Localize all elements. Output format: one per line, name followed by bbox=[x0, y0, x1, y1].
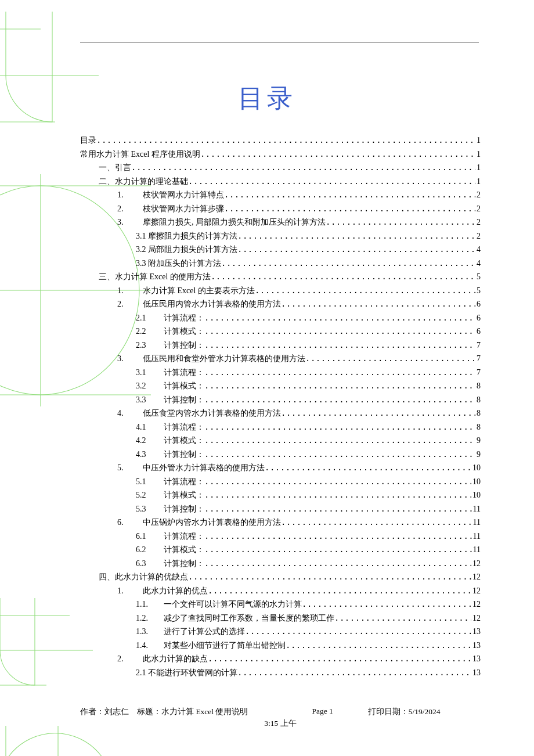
toc-entry: 4.2计算模式：9 bbox=[80, 434, 481, 448]
table-of-contents: 目录1常用水力计算 Excel 程序使用说明1一、引言1二、水力计算的理论基础1… bbox=[80, 134, 481, 679]
toc-entry-title: 5.1计算流程： bbox=[136, 476, 204, 489]
toc-entry: 1.3.进行了计算公式的选择13 bbox=[80, 625, 481, 639]
toc-entry-title: 6.2计算模式： bbox=[136, 543, 204, 557]
toc-entry-page: 7 bbox=[475, 366, 481, 380]
toc-entry-title: 1.此水力计算的优点 bbox=[117, 585, 208, 598]
toc-entry-title: 二、水力计算的理论基础 bbox=[99, 175, 188, 189]
toc-entry-page: 9 bbox=[475, 448, 481, 462]
toc-entry: 2.此水力计算的缺点13 bbox=[80, 652, 481, 666]
toc-leader-dots bbox=[204, 557, 471, 570]
toc-leader-dots bbox=[224, 188, 475, 201]
toc-entry-title: 4.3计算控制： bbox=[136, 448, 204, 462]
toc-entry-title: 2.1 不能进行环状管网的计算 bbox=[136, 667, 237, 680]
toc-entry-title: 3.2计算模式： bbox=[136, 380, 204, 393]
toc-entry-title: 2.1计算流程： bbox=[136, 312, 204, 325]
toc-entry-page: 12 bbox=[471, 612, 481, 625]
toc-entry-page: 12 bbox=[471, 557, 481, 571]
toc-entry: 1.2.减少了查找同时工作系数，当量长度的繁琐工作12 bbox=[80, 611, 481, 625]
toc-entry-title: 1.水力计算 Excel 的主要表示方法 bbox=[117, 285, 255, 298]
toc-entry-page: 13 bbox=[471, 625, 481, 639]
toc-entry: 1.此水力计算的优点12 bbox=[80, 584, 481, 598]
toc-entry-page: 11 bbox=[472, 503, 481, 516]
toc-leader-dots bbox=[204, 339, 475, 352]
toc-leader-dots bbox=[204, 366, 475, 379]
toc-entry-title: 3.1计算流程： bbox=[136, 366, 204, 380]
toc-entry-page: 2 bbox=[475, 230, 481, 243]
toc-leader-dots bbox=[265, 461, 471, 474]
toc-entry-page: 8 bbox=[475, 407, 481, 420]
toc-entry: 4.低压食堂内管水力计算表格的使用方法8 bbox=[80, 406, 481, 420]
toc-entry: 5.中压外管水力计算表格的使用方法10 bbox=[80, 461, 481, 475]
toc-leader-dots bbox=[204, 393, 475, 406]
toc-entry-title: 一、引言 bbox=[99, 161, 131, 175]
toc-entry-page: 11 bbox=[472, 516, 481, 530]
footer-title: 标题：水力计算 Excel 使用说明 bbox=[137, 707, 248, 717]
toc-entry-page: 2 bbox=[475, 203, 481, 216]
toc-leader-dots bbox=[326, 215, 475, 229]
toc-entry-title: 3.2 局部阻力损失的计算方法 bbox=[136, 243, 237, 257]
toc-entry-page: 1 bbox=[475, 175, 481, 189]
toc-leader-dots bbox=[204, 379, 475, 393]
toc-entry-title: 2.低压民用内管水力计算表格的使用方法 bbox=[117, 298, 281, 311]
toc-entry: 1.4.对某些小细节进行了简单出错控制13 bbox=[80, 639, 481, 653]
toc-entry: 2.2计算模式：6 bbox=[80, 325, 481, 339]
toc-entry-page: 8 bbox=[475, 421, 481, 434]
toc-entry-page: 4 bbox=[475, 257, 481, 271]
toc-leader-dots bbox=[221, 257, 475, 270]
toc-entry: 3.2计算模式：8 bbox=[80, 379, 481, 393]
toc-entry-title: 1.4.对某些小细节进行了简单出错控制 bbox=[136, 639, 286, 653]
toc-leader-dots bbox=[334, 611, 471, 625]
toc-entry-page: 8 bbox=[475, 394, 481, 407]
toc-leader-dots bbox=[204, 502, 472, 516]
toc-entry-page: 6 bbox=[475, 325, 481, 339]
toc-entry-title: 3.摩擦阻力损失, 局部阻力损失和附加压头的计算方法 bbox=[117, 216, 326, 229]
toc-entry-page: 7 bbox=[475, 339, 481, 352]
toc-leader-dots bbox=[131, 161, 475, 174]
toc-entry-title: 目录 bbox=[80, 134, 96, 147]
toc-entry-title: 3.1 摩擦阻力损失的计算方法 bbox=[136, 230, 237, 243]
toc-leader-dots bbox=[208, 584, 471, 597]
toc-entry: 3.3计算控制：8 bbox=[80, 393, 481, 407]
toc-entry-title: 5.3计算控制： bbox=[136, 503, 204, 516]
toc-leader-dots bbox=[96, 134, 475, 147]
footer-time: 3:15 上午 bbox=[80, 718, 481, 729]
toc-entry: 4.1计算流程：8 bbox=[80, 420, 481, 434]
footer-author: 作者：刘志仁 bbox=[80, 707, 129, 717]
bg-shape-bottom bbox=[0, 726, 116, 756]
page-footer: 作者：刘志仁 标题：水力计算 Excel 使用说明 Page 1 打印日期：5/… bbox=[80, 707, 481, 729]
toc-entry-page: 2 bbox=[475, 189, 481, 202]
toc-entry: 三、水力计算 Excel 的使用方法5 bbox=[80, 270, 481, 284]
toc-entry-page: 4 bbox=[475, 243, 481, 257]
toc-entry: 6.中压锅炉内管水力计算表格的使用方法11 bbox=[80, 516, 481, 530]
toc-entry-title: 6.中压锅炉内管水力计算表格的使用方法 bbox=[117, 516, 281, 530]
toc-leader-dots bbox=[237, 243, 475, 256]
toc-entry-page: 13 bbox=[471, 639, 481, 653]
toc-entry-title: 1.1.一个文件可以计算不同气源的水力计算 bbox=[136, 598, 302, 611]
toc-entry-title: 1.2.减少了查找同时工作系数，当量长度的繁琐工作 bbox=[136, 612, 334, 625]
toc-entry: 2.3计算控制：7 bbox=[80, 339, 481, 352]
toc-entry: 1.水力计算 Excel 的主要表示方法5 bbox=[80, 284, 481, 298]
toc-entry-page: 13 bbox=[471, 667, 481, 680]
footer-page: Page 1 bbox=[312, 707, 333, 717]
toc-leader-dots bbox=[305, 352, 475, 365]
toc-leader-dots bbox=[204, 420, 475, 434]
toc-entry: 3.1计算流程：7 bbox=[80, 366, 481, 380]
toc-entry: 1.枝状管网水力计算特点2 bbox=[80, 188, 481, 202]
toc-entry-title: 6.1计算流程： bbox=[136, 530, 204, 543]
toc-entry-page: 13 bbox=[471, 653, 481, 666]
toc-leader-dots bbox=[204, 543, 472, 556]
toc-entry: 6.3计算控制：12 bbox=[80, 557, 481, 571]
toc-entry-title: 2.枝状管网水力计算步骤 bbox=[117, 203, 224, 216]
toc-leader-dots bbox=[302, 597, 471, 611]
toc-entry: 二、水力计算的理论基础1 bbox=[80, 175, 481, 189]
toc-entry: 6.2计算模式：11 bbox=[80, 543, 481, 557]
toc-entry: 一、引言1 bbox=[80, 161, 481, 175]
toc-entry-title: 6.3计算控制： bbox=[136, 557, 204, 571]
toc-entry-page: 10 bbox=[471, 476, 481, 489]
toc-leader-dots bbox=[224, 202, 475, 215]
toc-entry-page: 12 bbox=[471, 598, 481, 611]
toc-entry-page: 5 bbox=[475, 271, 481, 284]
toc-entry-page: 1 bbox=[475, 161, 481, 175]
toc-entry-title: 3.低压民用和食堂外管水力计算表格的使用方法 bbox=[117, 352, 305, 366]
toc-entry: 四、此水力计算的优缺点12 bbox=[80, 570, 481, 584]
